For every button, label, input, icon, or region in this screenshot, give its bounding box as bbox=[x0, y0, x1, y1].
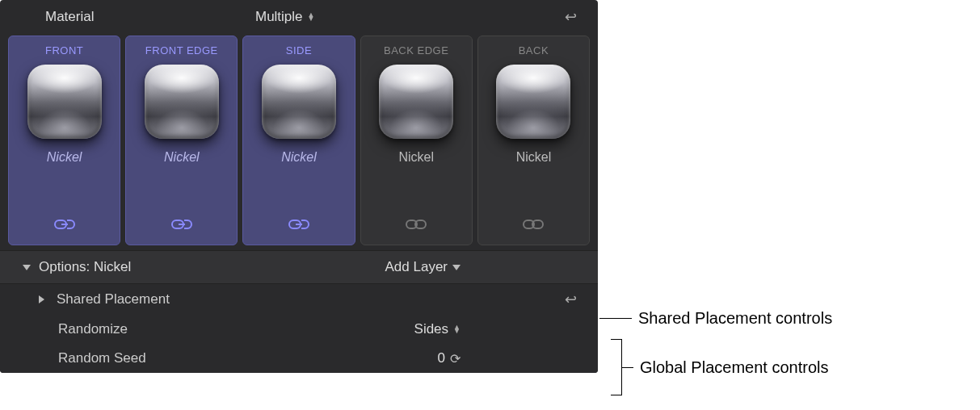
randomize-value: Sides bbox=[414, 321, 449, 337]
updown-icon: ▲▼ bbox=[308, 13, 315, 21]
shared-placement-row[interactable]: Shared Placement ↩ bbox=[0, 284, 598, 315]
facet-material-name: Nickel bbox=[47, 150, 82, 165]
facet-material-name: Nickel bbox=[164, 150, 200, 165]
callout-global: Global Placement controls bbox=[622, 358, 828, 377]
facet-label: FRONT EDGE bbox=[145, 44, 218, 56]
random-seed-value: 0 bbox=[438, 350, 445, 366]
facet-back[interactable]: BACK Nickel bbox=[477, 36, 590, 245]
link-icon[interactable] bbox=[171, 218, 192, 235]
unlink-icon[interactable] bbox=[406, 218, 427, 235]
material-title: Material bbox=[45, 9, 94, 25]
add-layer-dropdown[interactable]: Add Layer bbox=[385, 259, 461, 275]
material-thumbnail[interactable] bbox=[496, 65, 570, 139]
facet-label: BACK EDGE bbox=[384, 44, 448, 56]
material-thumbnail[interactable] bbox=[145, 65, 219, 139]
link-icon[interactable] bbox=[288, 218, 309, 235]
disclosure-right-icon bbox=[39, 295, 48, 303]
facet-side[interactable]: SIDE Nickel bbox=[242, 36, 355, 245]
unlink-icon[interactable] bbox=[523, 218, 544, 235]
facet-back-edge[interactable]: BACK EDGE Nickel bbox=[360, 36, 473, 245]
material-panel: Material Multiple ▲▼ ↩ FRONT Nickel FRON… bbox=[0, 0, 598, 373]
reset-icon[interactable]: ↩ bbox=[565, 8, 577, 26]
facet-material-name: Nickel bbox=[281, 150, 317, 165]
options-heading: Options: Nickel bbox=[39, 259, 131, 275]
facet-row: FRONT Nickel FRONT EDGE Nickel SIDE Nick… bbox=[0, 32, 598, 250]
material-preset-value: Multiple bbox=[255, 9, 303, 25]
callout-shared-text: Shared Placement controls bbox=[638, 309, 832, 328]
randomize-label: Randomize bbox=[58, 321, 128, 337]
facet-front[interactable]: FRONT Nickel bbox=[8, 36, 120, 245]
facet-label: FRONT bbox=[45, 44, 83, 56]
facet-label: SIDE bbox=[286, 44, 312, 56]
shared-placement-label: Shared Placement bbox=[57, 291, 170, 308]
options-heading-row[interactable]: Options: Nickel Add Layer bbox=[0, 250, 598, 284]
randomize-row: Randomize Sides ▲▼ bbox=[0, 315, 598, 344]
random-seed-label: Random Seed bbox=[58, 350, 146, 366]
disclosure-down-icon bbox=[23, 265, 31, 270]
material-preset-dropdown[interactable]: Multiple ▲▼ bbox=[255, 9, 315, 25]
facet-material-name: Nickel bbox=[398, 150, 434, 165]
refresh-icon[interactable]: ⟳ bbox=[450, 351, 461, 366]
updown-icon: ▲▼ bbox=[453, 325, 461, 333]
callout-bracket bbox=[611, 339, 622, 395]
facet-front-edge[interactable]: FRONT EDGE Nickel bbox=[125, 36, 238, 245]
reset-icon[interactable]: ↩ bbox=[565, 291, 577, 308]
material-thumbnail[interactable] bbox=[379, 65, 453, 139]
chevron-down-icon bbox=[452, 265, 461, 270]
material-thumbnail[interactable] bbox=[27, 65, 102, 139]
add-layer-label: Add Layer bbox=[385, 259, 448, 275]
facet-label: BACK bbox=[519, 44, 549, 56]
random-seed-value-group[interactable]: 0 ⟳ bbox=[438, 350, 461, 366]
random-seed-row: Random Seed 0 ⟳ bbox=[0, 344, 598, 373]
material-thumbnail[interactable] bbox=[262, 65, 336, 139]
material-header: Material Multiple ▲▼ ↩ bbox=[0, 0, 598, 32]
randomize-dropdown[interactable]: Sides ▲▼ bbox=[414, 321, 461, 337]
facet-material-name: Nickel bbox=[516, 150, 552, 165]
link-icon[interactable] bbox=[54, 218, 75, 235]
callout-shared: Shared Placement controls bbox=[599, 309, 832, 328]
callout-global-text: Global Placement controls bbox=[640, 358, 828, 377]
